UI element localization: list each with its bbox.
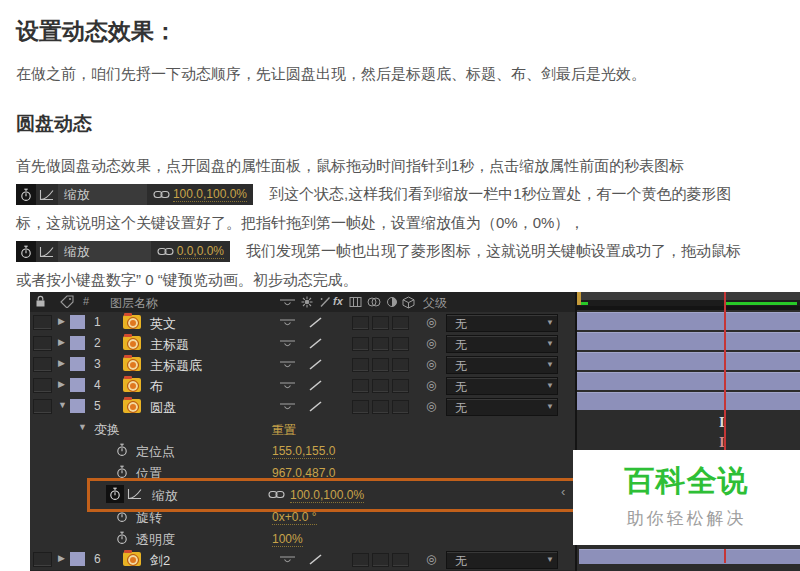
video-toggle[interactable] bbox=[33, 378, 52, 393]
layer-color-swatch[interactable] bbox=[70, 336, 85, 350]
quality-icon[interactable] bbox=[308, 316, 323, 329]
parent-dropdown[interactable]: 无 bbox=[446, 314, 558, 332]
anchor-point-row[interactable]: 定位点 155.0,155.0 bbox=[30, 439, 575, 462]
cube-3d-icon[interactable] bbox=[402, 296, 415, 309]
pickwhip-icon[interactable] bbox=[426, 399, 436, 413]
layer-name[interactable]: 布 bbox=[150, 378, 163, 396]
quality-icon[interactable] bbox=[308, 337, 323, 350]
layer-bar[interactable] bbox=[577, 312, 800, 330]
link-icon[interactable] bbox=[268, 490, 285, 499]
collapse-transformations-icon[interactable] bbox=[301, 296, 313, 308]
transform-group-row[interactable]: 变换 重置 bbox=[30, 417, 575, 440]
pickwhip-icon[interactable] bbox=[426, 315, 436, 329]
expander-icon[interactable] bbox=[58, 553, 65, 563]
parent-dropdown[interactable]: 无 bbox=[446, 335, 558, 353]
parent-dropdown[interactable]: 无 bbox=[446, 356, 558, 374]
layer-row-1[interactable]: 1 英文 无 bbox=[30, 312, 575, 334]
layer-bar[interactable] bbox=[577, 372, 800, 390]
switch-boxes[interactable] bbox=[352, 337, 409, 351]
video-toggle[interactable] bbox=[33, 315, 52, 330]
shy-icon[interactable] bbox=[280, 361, 295, 369]
layer-color-swatch[interactable] bbox=[70, 315, 85, 329]
lock-icon[interactable] bbox=[35, 295, 46, 308]
expander-icon[interactable] bbox=[58, 337, 65, 347]
expander-icon[interactable] bbox=[58, 316, 65, 326]
shy-icon[interactable] bbox=[280, 382, 295, 390]
layer-name[interactable]: 圆盘 bbox=[150, 399, 176, 417]
property-label[interactable]: 位置 bbox=[136, 465, 162, 483]
rotation-row[interactable]: 旋转 0x+0.0 ° bbox=[30, 505, 575, 528]
property-label[interactable]: 透明度 bbox=[136, 531, 175, 549]
layer-row-3[interactable]: 3 主标题底 无 bbox=[30, 354, 575, 376]
parent-dropdown[interactable]: 无 bbox=[446, 398, 558, 416]
video-toggle[interactable] bbox=[33, 336, 52, 351]
property-label[interactable]: 旋转 bbox=[136, 509, 162, 527]
reset-link[interactable]: 重置 bbox=[272, 422, 296, 440]
motion-blur-icon[interactable] bbox=[319, 296, 331, 308]
position-row[interactable]: 位置 967.0,487.0 bbox=[30, 461, 575, 484]
property-value[interactable]: 155.0,155.0 bbox=[272, 444, 335, 459]
property-value[interactable]: 0x+0.0 ° bbox=[272, 510, 317, 525]
switch-boxes[interactable] bbox=[352, 379, 409, 393]
pickwhip-icon[interactable] bbox=[426, 357, 436, 371]
shy-icon[interactable] bbox=[280, 556, 295, 564]
keyframe-nav-previous-icon[interactable] bbox=[561, 484, 565, 499]
layer-color-swatch[interactable] bbox=[70, 552, 85, 566]
layer-color-swatch[interactable] bbox=[70, 378, 85, 392]
video-toggle[interactable] bbox=[33, 357, 52, 372]
layer-name[interactable]: 主标题底 bbox=[150, 357, 202, 375]
layer-bar[interactable] bbox=[579, 549, 800, 564]
property-value[interactable]: 100% bbox=[272, 532, 303, 547]
opacity-row[interactable]: 透明度 100% bbox=[30, 527, 575, 550]
transform-group-label[interactable]: 变换 bbox=[94, 421, 120, 439]
layer-bar[interactable] bbox=[577, 392, 800, 410]
half-circle-icon[interactable] bbox=[386, 296, 398, 308]
layer-row-2[interactable]: 2 主标题 无 bbox=[30, 333, 575, 355]
expander-icon[interactable] bbox=[78, 422, 87, 432]
pickwhip-icon[interactable] bbox=[426, 336, 436, 350]
switch-boxes[interactable] bbox=[352, 316, 409, 330]
shy-icon[interactable] bbox=[280, 299, 295, 307]
stopwatch-icon[interactable] bbox=[116, 509, 128, 523]
scale-row[interactable]: 缩放 100.0,100.0% bbox=[30, 483, 575, 506]
layer-color-swatch[interactable] bbox=[70, 357, 85, 371]
switch-boxes[interactable] bbox=[352, 358, 409, 372]
shy-icon[interactable] bbox=[280, 403, 295, 411]
stopwatch-icon-active[interactable] bbox=[106, 485, 124, 503]
layer-name[interactable]: 主标题 bbox=[150, 336, 189, 354]
stopwatch-icon[interactable] bbox=[116, 531, 128, 545]
pickwhip-icon[interactable] bbox=[426, 552, 436, 566]
blend-circles-icon[interactable] bbox=[367, 296, 381, 308]
graph-icon[interactable] bbox=[127, 488, 142, 500]
layer-bar[interactable] bbox=[577, 352, 800, 370]
current-time-indicator[interactable] bbox=[724, 292, 726, 450]
effects-column-icon[interactable]: fx bbox=[333, 295, 343, 307]
property-value[interactable]: 100.0,100.0% bbox=[290, 488, 364, 503]
expander-icon[interactable] bbox=[58, 358, 65, 368]
quality-icon[interactable] bbox=[308, 379, 323, 392]
layer-bar[interactable] bbox=[577, 332, 800, 350]
expander-icon[interactable] bbox=[58, 400, 67, 410]
parent-dropdown[interactable]: 无 bbox=[446, 551, 558, 569]
layer-row-4[interactable]: 4 布 无 bbox=[30, 375, 575, 397]
property-label[interactable]: 定位点 bbox=[136, 443, 175, 461]
switch-boxes[interactable] bbox=[352, 400, 409, 414]
switch-boxes[interactable] bbox=[352, 553, 409, 567]
property-value[interactable]: 967.0,487.0 bbox=[272, 466, 335, 481]
shy-icon[interactable] bbox=[280, 340, 295, 348]
layer-color-swatch[interactable] bbox=[70, 399, 85, 413]
shy-icon[interactable] bbox=[280, 319, 295, 327]
time-ruler[interactable] bbox=[577, 292, 800, 300]
quality-icon[interactable] bbox=[308, 358, 323, 371]
layer-row-6[interactable]: 6 剑2 无 bbox=[30, 549, 575, 571]
video-toggle[interactable] bbox=[33, 399, 52, 414]
quality-icon[interactable] bbox=[308, 553, 323, 566]
quality-icon[interactable] bbox=[308, 400, 323, 413]
video-toggle[interactable] bbox=[33, 552, 52, 567]
layer-name[interactable]: 英文 bbox=[150, 315, 176, 333]
frame-blend-icon[interactable] bbox=[349, 296, 362, 308]
expander-icon[interactable] bbox=[58, 379, 65, 389]
layer-row-5[interactable]: 5 圆盘 无 bbox=[30, 396, 575, 418]
parent-dropdown[interactable]: 无 bbox=[446, 377, 558, 395]
layer-name[interactable]: 剑2 bbox=[150, 552, 170, 570]
